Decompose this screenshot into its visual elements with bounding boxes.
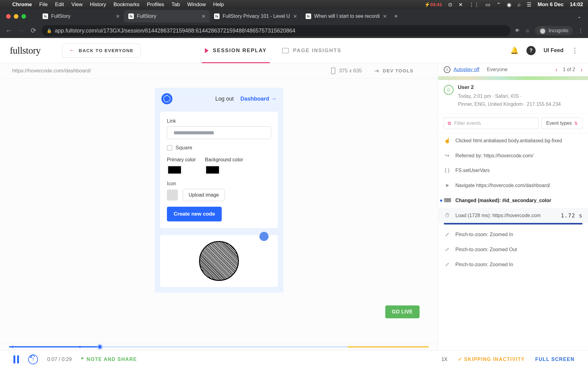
incognito-badge[interactable]: ⬤ Incognito	[535, 26, 573, 35]
pause-button[interactable]	[13, 355, 19, 363]
background-color-picker[interactable]	[205, 165, 220, 175]
notifications-icon[interactable]: 🔔	[510, 47, 518, 55]
event-row[interactable]: ↪ Referred by: https://hovercode.com/	[438, 148, 588, 163]
app-root: fullstory ← BACK TO EVERYONE SESSION REP…	[0, 38, 588, 350]
browser-tab[interactable]: fs FullStory Privacy 101 - Level U ✕	[210, 10, 301, 22]
new-tab-button[interactable]: +	[394, 13, 398, 20]
status-icon-1[interactable]: ⊙	[448, 2, 452, 8]
insights-icon	[282, 48, 289, 53]
menubar-clock[interactable]: 14:02	[570, 2, 583, 8]
scrubber-handle[interactable]	[97, 344, 102, 349]
reload-icon[interactable]: ⟳	[29, 27, 37, 35]
create-new-code-button[interactable]: Create new code	[167, 207, 222, 221]
event-row[interactable]: ⏱ Load (1728 ms): https://hovercode.com …	[438, 208, 588, 223]
square-checkbox[interactable]	[167, 145, 172, 151]
lock-icon: 🔒	[47, 28, 52, 33]
event-pane-header: II Autoplay off · Everyone ‹ 1 of 2 ›	[438, 63, 588, 76]
address-bar[interactable]: 🔒 app.fullstory.com/ui/173GXJ/session/61…	[42, 25, 511, 36]
event-row[interactable]: ⌨ Changed (masked): #id_secondary_color	[438, 193, 588, 208]
note-and-share-button[interactable]: ❝ NOTE AND SHARE	[81, 356, 137, 362]
browser-menu-icon[interactable]: ⋮	[578, 28, 583, 34]
link-input[interactable]	[167, 126, 271, 139]
close-tab-icon[interactable]: ✕	[202, 13, 205, 19]
main-split: https://hovercode.com/dashboard/ 375 x 6…	[0, 63, 588, 350]
playback-speed-button[interactable]: 1X	[441, 357, 447, 362]
event-row[interactable]: { } FS.setUserVars	[438, 163, 588, 178]
pause-ring-icon[interactable]: II	[444, 66, 450, 73]
status-icon-2[interactable]: ✕	[458, 2, 463, 8]
arrow-right-icon: →	[271, 96, 277, 102]
go-live-button[interactable]: GO LIVE	[385, 305, 420, 318]
replay-pane: Log out Dashboard → Link Square	[0, 79, 438, 343]
event-types-button[interactable]: Event types ⇅	[541, 117, 582, 129]
dashboard-link[interactable]: Dashboard →	[240, 96, 277, 102]
more-menu-icon[interactable]: ⋮	[571, 47, 578, 55]
eye-off-icon[interactable]: 👁	[515, 28, 520, 33]
sliders-icon: ⇅	[574, 121, 578, 126]
icon-placeholder	[167, 190, 178, 201]
browser-tab[interactable]: fs When will I start to see recordi ✕	[301, 10, 391, 22]
event-row[interactable]: ➤ Navigate https://hovercode.com/dashboa…	[438, 178, 588, 193]
back-to-everyone-button[interactable]: ← BACK TO EVERYONE	[62, 44, 141, 58]
close-tab-icon[interactable]: ✕	[383, 13, 387, 19]
rewind-button[interactable]: 7	[28, 355, 38, 364]
menu-tab[interactable]: Tab	[172, 2, 180, 8]
map-strip	[438, 76, 588, 80]
header-tabs: SESSION REPLAY PAGE INSIGHTS	[205, 38, 341, 63]
menu-view[interactable]: View	[71, 2, 83, 8]
code-icon: { }	[444, 167, 450, 174]
autoplay-toggle[interactable]: Autoplay off	[454, 67, 479, 72]
status-icon-3[interactable]: ⋮⋮	[469, 2, 479, 8]
prev-session-icon[interactable]: ‹	[556, 67, 557, 73]
event-row[interactable]: ☝ Clicked html.antialiased body.antialia…	[438, 133, 588, 148]
event-row[interactable]: ⤢ Pinch-to-zoom: Zoomed Out	[438, 242, 588, 257]
filter-events-input[interactable]: ⧉ Filter events	[444, 117, 538, 129]
user-name: User 2	[458, 84, 582, 90]
event-row[interactable]: ⤢ Pinch-to-zoom: Zoomed In	[438, 227, 588, 242]
battery-icon[interactable]: ▭	[485, 2, 490, 8]
close-tab-icon[interactable]: ✕	[116, 13, 120, 19]
menu-edit[interactable]: Edit	[55, 2, 64, 8]
menubar-date[interactable]: Mon 6 Dec	[537, 2, 564, 8]
timeline[interactable]	[0, 343, 438, 350]
hovercode-logo-icon[interactable]	[161, 93, 172, 104]
background-color-label: Background color	[205, 157, 243, 163]
help-icon[interactable]: ?	[526, 46, 536, 55]
tab-overflow-icon[interactable]: ⌄	[577, 13, 581, 19]
minimize-window-button[interactable]	[14, 14, 18, 19]
spotlight-icon[interactable]: ⌕	[518, 2, 521, 8]
browser-tab[interactable]: fs FullStory ✕	[124, 10, 210, 22]
fullstory-logo[interactable]: fullstory	[10, 45, 41, 56]
back-icon[interactable]: ←	[5, 27, 13, 35]
fullscreen-button[interactable]: FULL SCREEN	[535, 357, 575, 362]
menu-file[interactable]: File	[39, 2, 47, 8]
menu-history[interactable]: History	[90, 2, 106, 8]
user-card[interactable]: ☺ User 2 Today, 2:01 pm · Safari, iOS · …	[438, 80, 588, 114]
menu-help[interactable]: Help	[213, 2, 224, 8]
tab-page-insights[interactable]: PAGE INSIGHTS	[282, 38, 341, 63]
browser-tab[interactable]: fs FullStory ✕	[38, 10, 124, 22]
menu-window[interactable]: Window	[187, 2, 206, 8]
wifi-icon[interactable]: ⌃	[496, 2, 501, 8]
user-meta-2: Pinner, ENG, United Kingdom · 217.155.64…	[458, 100, 582, 108]
control-center-icon[interactable]: ◉	[507, 2, 511, 8]
upload-image-button[interactable]: Upload image	[183, 189, 225, 201]
close-window-button[interactable]	[6, 14, 11, 19]
close-tab-icon[interactable]: ✕	[293, 13, 297, 19]
maximize-window-button[interactable]	[21, 14, 26, 19]
next-session-icon[interactable]: ›	[581, 67, 582, 73]
menu-bookmarks[interactable]: Bookmarks	[113, 2, 139, 8]
menubar-app[interactable]: Chrome	[12, 2, 32, 8]
menu-profiles[interactable]: Profiles	[147, 2, 164, 8]
tab-session-replay[interactable]: SESSION REPLAY	[205, 38, 267, 63]
dev-tools-button[interactable]: ⇥ DEV TOOLS	[374, 67, 413, 74]
event-row[interactable]: ⤢ Pinch-to-zoom: Zoomed In	[438, 257, 588, 272]
skip-inactivity-toggle[interactable]: ✓ SKIPPING INACTIVITY	[458, 356, 525, 362]
menu-extra-icon[interactable]: ☰	[527, 2, 531, 8]
bookmark-star-icon[interactable]: ☆	[525, 28, 530, 34]
device-frame: Log out Dashboard → Link Square	[155, 88, 283, 293]
logout-link[interactable]: Log out	[215, 96, 234, 102]
primary-color-picker[interactable]	[167, 165, 182, 175]
battery-indicator[interactable]: ⚡03:41	[424, 2, 442, 7]
ui-feed-link[interactable]: UI Feed	[544, 47, 564, 54]
